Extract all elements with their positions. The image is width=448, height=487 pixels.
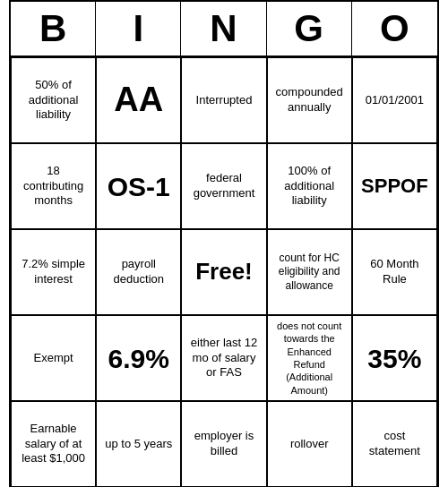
bingo-cell-11: payroll deduction: [96, 229, 181, 315]
header-letter-n: N: [181, 2, 266, 56]
header-letter-g: G: [267, 2, 352, 56]
bingo-cell-2: Interrupted: [181, 57, 266, 143]
bingo-cell-8: 100% of additional liability: [267, 143, 352, 229]
bingo-cell-13: count for HC eligibility and allowance: [267, 229, 352, 315]
bingo-card: BINGO 50% of additional liabilityAAInter…: [9, 0, 439, 487]
bingo-cell-24: cost statement: [352, 401, 437, 487]
header-letter-o: O: [352, 2, 437, 56]
bingo-cell-5: 18 contributing months: [11, 143, 96, 229]
bingo-cell-9: SPPOF: [352, 143, 437, 229]
bingo-cell-17: either last 12 mo of salary or FAS: [181, 315, 266, 401]
bingo-cell-3: compounded annually: [267, 57, 352, 143]
bingo-cell-0: 50% of additional liability: [11, 57, 96, 143]
bingo-cell-4: 01/01/2001: [352, 57, 437, 143]
bingo-header: BINGO: [11, 2, 437, 57]
bingo-cell-20: Earnable salary of at least $1,000: [11, 401, 96, 487]
bingo-cell-23: rollover: [267, 401, 352, 487]
bingo-cell-1: AA: [96, 57, 181, 143]
bingo-cell-12: Free!: [181, 229, 266, 315]
bingo-cell-14: 60 Month Rule: [352, 229, 437, 315]
bingo-cell-16: 6.9%: [96, 315, 181, 401]
bingo-cell-7: federal government: [181, 143, 266, 229]
bingo-cell-18: does not count towards the Enhanced Refu…: [267, 315, 352, 401]
bingo-cell-22: employer is billed: [181, 401, 266, 487]
bingo-cell-19: 35%: [352, 315, 437, 401]
bingo-cell-15: Exempt: [11, 315, 96, 401]
header-letter-b: B: [11, 2, 96, 56]
bingo-cell-10: 7.2% simple interest: [11, 229, 96, 315]
bingo-grid: 50% of additional liabilityAAInterrupted…: [11, 57, 437, 487]
bingo-cell-6: OS-1: [96, 143, 181, 229]
header-letter-i: I: [96, 2, 181, 56]
bingo-cell-21: up to 5 years: [96, 401, 181, 487]
